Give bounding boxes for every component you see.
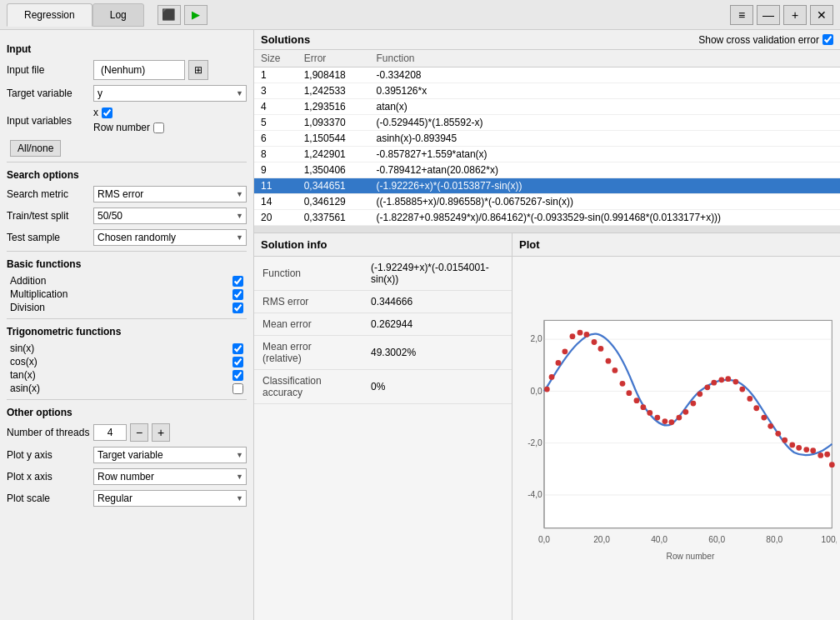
table-row[interactable]: 11 0,344651 (-1.92226+x)*(-0.0153877-sin… (254, 178, 840, 194)
table-row[interactable]: 3 1,242533 0.395126*x (254, 83, 840, 99)
plot-y-row: Plot y axis Target variable (7, 447, 247, 463)
stop-button[interactable]: ⬛ (158, 5, 181, 25)
train-test-row: Train/test split 50/50 (7, 208, 247, 224)
func-tanx-checkbox[interactable] (232, 370, 243, 381)
tab-regression[interactable]: Regression (7, 3, 92, 27)
func-sinx-checkbox[interactable] (232, 343, 243, 354)
play-button[interactable]: ▶ (184, 5, 208, 25)
search-options-title: Search options (7, 169, 247, 181)
svg-text:Row number: Row number (667, 552, 715, 561)
func-sinx-row: sin(x) (7, 342, 247, 354)
target-variable-select[interactable]: y (93, 85, 247, 102)
svg-point-44 (732, 379, 738, 385)
table-row[interactable]: 14 0,346129 ((-1.85885+x)/0.896558)*(-0.… (254, 194, 840, 210)
cell-error: 1,093370 (298, 115, 370, 131)
allnone-button[interactable]: All/none (10, 140, 61, 157)
info-label: RMS error (254, 291, 362, 313)
cell-error: 1,150544 (298, 131, 370, 147)
plot-x-select[interactable]: Row number (93, 468, 247, 485)
svg-text:100,0: 100,0 (822, 535, 837, 544)
svg-point-32 (647, 410, 652, 416)
var-x-checkbox[interactable] (102, 108, 112, 118)
table-row[interactable]: 5 1,093370 (-0.529445)*(1.85592-x) (254, 115, 840, 131)
svg-text:-2,0: -2,0 (528, 438, 542, 448)
svg-point-37 (682, 409, 688, 415)
func-multiplication-checkbox[interactable] (232, 289, 243, 300)
func-asinx-checkbox[interactable] (232, 383, 243, 394)
func-addition-row: Addition (7, 275, 247, 287)
solutions-table: Size Error Function 1 1,908418 -0.334208… (254, 50, 840, 226)
threads-decrease-button[interactable]: − (130, 423, 148, 442)
solutions-scrollbar[interactable] (254, 226, 840, 232)
func-sinx-label: sin(x) (10, 342, 34, 354)
plot-scale-select[interactable]: Regular (93, 490, 247, 507)
func-multiplication-label: Multiplication (10, 288, 68, 300)
cell-error: 1,293516 (298, 99, 370, 115)
table-row[interactable]: 8 1,242901 -0.857827+1.559*atan(x) (254, 147, 840, 162)
svg-point-47 (753, 405, 759, 411)
cell-size: 8 (254, 147, 298, 162)
plot-scale-row: Plot scale Regular (7, 490, 247, 507)
svg-point-41 (711, 380, 717, 386)
trig-functions-title: Trigonometric functions (7, 326, 247, 338)
cell-function: atan(x) (369, 99, 840, 115)
menu-button[interactable]: ≡ (730, 5, 753, 25)
info-row: Classificationaccuracy 0% (254, 370, 512, 404)
plot-x-label: Plot x axis (7, 471, 90, 482)
table-row[interactable]: 6 1,150544 asinh(x)-0.893945 (254, 131, 840, 147)
cell-function: -0.857827+1.559*atan(x) (369, 147, 840, 162)
svg-point-29 (626, 390, 632, 396)
tab-log[interactable]: Log (92, 3, 144, 27)
svg-point-28 (620, 381, 626, 387)
cell-error: 0,344651 (298, 178, 370, 194)
svg-point-57 (824, 452, 830, 458)
table-row[interactable]: 4 1,293516 atan(x) (254, 99, 840, 115)
minimize-button[interactable]: — (757, 5, 780, 25)
cell-size: 3 (254, 83, 298, 99)
svg-point-21 (570, 333, 576, 339)
solution-info-title: Solution info (254, 233, 512, 257)
info-value: 0.344666 (362, 291, 512, 313)
svg-point-51 (782, 438, 788, 443)
var-rownumber-label: Row number (93, 122, 150, 133)
threads-increase-button[interactable]: + (152, 423, 170, 442)
svg-point-30 (634, 398, 640, 403)
input-file-button[interactable]: ⊞ (188, 60, 208, 80)
table-row[interactable]: 1 1,908418 -0.334208 (254, 68, 840, 83)
svg-point-58 (829, 462, 835, 468)
close-button[interactable]: ✕ (810, 5, 833, 25)
threads-input[interactable]: 4 (93, 424, 127, 441)
target-variable-label: Target variable (7, 88, 90, 99)
table-row[interactable]: 20 0,337561 (-1.82287+0.985249*x)/0.8641… (254, 210, 840, 226)
svg-point-26 (606, 358, 612, 364)
svg-point-50 (775, 431, 781, 437)
func-addition-checkbox[interactable] (232, 276, 243, 287)
cell-size: 9 (254, 162, 298, 178)
test-sample-select[interactable]: Chosen randomly (93, 229, 247, 246)
search-metric-select[interactable]: RMS error (93, 186, 247, 202)
svg-point-25 (598, 346, 604, 352)
plot-y-select[interactable]: Target variable (93, 447, 247, 463)
var-rownumber-checkbox[interactable] (153, 122, 164, 133)
col-error: Error (298, 50, 370, 68)
cross-val-checkbox[interactable] (822, 34, 833, 45)
svg-point-43 (725, 376, 731, 382)
func-division-checkbox[interactable] (232, 302, 243, 313)
info-label: Classificationaccuracy (254, 370, 362, 404)
maximize-button[interactable]: + (783, 5, 807, 25)
svg-point-31 (640, 404, 646, 410)
func-division-label: Division (10, 302, 45, 313)
cell-size: 5 (254, 115, 298, 131)
func-addition-label: Addition (10, 275, 46, 287)
info-value: (-1.92249+x)*(-0.0154001-sin(x)) (362, 257, 512, 291)
solutions-area: Solutions Show cross validation error Si… (254, 30, 840, 233)
cross-val-label: Show cross validation error (698, 34, 819, 46)
func-cosx-checkbox[interactable] (232, 357, 243, 368)
table-row[interactable]: 9 1,350406 -0.789412+atan(20.0862*x) (254, 162, 840, 178)
plot-area: 2,0 0,0 -2,0 -4,0 0,0 20,0 40,0 60,0 (512, 257, 840, 620)
cell-function: asinh(x)-0.893945 (369, 131, 840, 147)
input-variables-row: Input variables x Row number (7, 107, 247, 135)
svg-text:0,0: 0,0 (538, 535, 550, 544)
train-test-select[interactable]: 50/50 (93, 208, 247, 224)
info-row: Function (-1.92249+x)*(-0.0154001-sin(x)… (254, 257, 512, 291)
